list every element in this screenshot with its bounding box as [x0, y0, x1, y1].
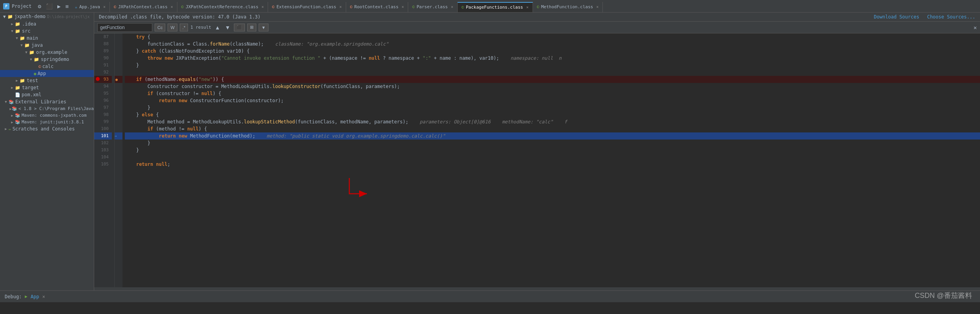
tab-methodfunction[interactable]: © MethodFunction.class × [533, 2, 603, 12]
tree-java[interactable]: ▼ 📁 java [0, 42, 94, 49]
find-options-btn[interactable]: ⊞ [247, 24, 256, 31]
tab-close-pkgfn[interactable]: × [526, 5, 529, 9]
debug-close-btn[interactable]: × [42, 294, 45, 299]
debug-label: Debug: [5, 294, 22, 299]
tree-org-example[interactable]: ▼ 📁 org.example [0, 49, 94, 56]
debug-app-session[interactable]: App [31, 294, 39, 299]
find-word-btn[interactable]: W [168, 24, 177, 31]
line-num-89: 89 [94, 48, 112, 55]
calc-java-icon: © [38, 64, 41, 69]
gutter: ● → [115, 33, 122, 287]
line-num-103: 103 [94, 147, 112, 154]
code-line-103: } [125, 147, 980, 154]
bottom-bar: Debug: ▶ App × [0, 290, 980, 302]
tree-project-root[interactable]: ▼ 📁 jxpath-demo D:\idea-project\jx [0, 13, 94, 20]
sidebar: ▼ 📁 jxpath-demo D:\idea-project\jx ▶ 📁 .… [0, 13, 94, 290]
tree-external-libs[interactable]: ▼ 📚 External Libraries [0, 98, 94, 105]
find-input[interactable] [97, 23, 152, 32]
tree-jdk[interactable]: ▶ 📚 < 1.8 > C:\Program Files\Java [0, 105, 94, 112]
pom-xml-icon: 📄 [15, 92, 20, 97]
tab-jxpathcontext[interactable]: © JXPathContext.class × [110, 2, 177, 12]
tree-test[interactable]: ▶ 📁 test [0, 77, 94, 84]
tab-app-java[interactable]: ☕ App.java × [71, 2, 110, 12]
find-next-btn[interactable]: ▼ [224, 24, 232, 31]
download-sources-link[interactable]: Download Sources [874, 14, 920, 20]
line-num-94: 94 [94, 83, 112, 90]
code-line-104 [125, 154, 980, 161]
build-icon[interactable]: ⬛ [45, 2, 53, 10]
tab-parser[interactable]: © Parser.class × [408, 2, 458, 12]
project-label: Project [12, 4, 32, 9]
find-bar: Cc W .* 1 result ▲ ▼ ⬛ ⊞ ▼ ✕ [94, 22, 980, 33]
tree-springdemo[interactable]: ▼ 📁 springdemo [0, 56, 94, 63]
code-line-99: Method method = MethodLookupUtils.lookup… [125, 118, 980, 125]
scratches-label: Scratches and Consoles [13, 126, 75, 132]
line-num-96: 96 [94, 97, 112, 104]
find-wrap-btn[interactable]: ⬛ [234, 24, 245, 31]
tree-calc[interactable]: © calc [0, 63, 94, 70]
tab-rootcontext[interactable]: © RootContext.class × [346, 2, 409, 12]
current-line-arrow: → [115, 134, 117, 138]
tab-close-parser[interactable]: × [451, 5, 453, 9]
project-folder-icon: 📁 [7, 14, 13, 19]
tree-idea[interactable]: ▶ 📁 .idea [0, 20, 94, 28]
tab-close-methfn[interactable]: × [596, 5, 599, 9]
line-num-99: 99 [94, 118, 112, 125]
tree-src[interactable]: ▼ 📁 src [0, 28, 94, 35]
tree-pom[interactable]: 📄 pom.xml [0, 91, 94, 98]
idea-folder-icon: 📁 [15, 22, 20, 27]
code-line-105: return null; [125, 161, 980, 168]
code-line-96: return new ConstructorFunction(construct… [125, 97, 980, 104]
code-line-95: if (constructor != null) { [125, 90, 980, 97]
line-num-101: 101 [94, 132, 112, 140]
tab-extensionfunction[interactable]: © ExtensionFunction.class × [268, 2, 346, 12]
code-line-98: } else { [125, 111, 980, 118]
tab-close-jxpathcontextref[interactable]: × [261, 5, 264, 9]
find-close-btn[interactable]: ✕ [974, 24, 977, 31]
jdk-icon: 📚 [12, 106, 17, 111]
org-example-label: org.example [36, 50, 67, 55]
content-area: Decompiled .class file, bytecode version… [94, 13, 980, 290]
find-prev-btn[interactable]: ▲ [214, 24, 221, 31]
tree-app[interactable]: ◉ App [0, 70, 94, 77]
more-icon[interactable]: ≡ [64, 2, 69, 10]
line-num-102: 102 [94, 140, 112, 147]
org-example-folder-icon: 📁 [29, 50, 35, 55]
code-line-91: } [125, 62, 980, 69]
run-icon[interactable]: ▶ [57, 2, 61, 10]
code-line-88: functionClass = Class.forName(className)… [125, 40, 980, 48]
code-editor[interactable]: 87 88 89 90 91 92 93 94 95 96 97 [94, 33, 980, 287]
find-case-btn[interactable]: Cc [155, 24, 165, 31]
title-bar-actions: ⚙ ⬛ ▶ ≡ [37, 2, 69, 10]
find-filter-btn[interactable]: ▼ [259, 24, 268, 31]
junit-icon: 📚 [15, 119, 20, 125]
tree-target[interactable]: ▶ 📁 target [0, 84, 94, 91]
code-line-90: throw new JXPathException("Cannot invoke… [125, 55, 980, 62]
tab-close-jxpathcontext[interactable]: × [171, 5, 173, 9]
line-num-87: 87 [94, 33, 112, 40]
external-libs-icon: 📚 [9, 99, 14, 105]
project-name: jxpath-demo [15, 14, 46, 19]
tab-close-extfn[interactable]: × [339, 5, 342, 9]
decompiled-banner: Decompiled .class file, bytecode version… [94, 13, 980, 22]
tree-scratches[interactable]: ▶ ✏ Scratches and Consoles [0, 125, 94, 132]
code-line-93: if (methodName.equals("new")) { [125, 76, 980, 83]
line-num-105: 105 [94, 161, 112, 168]
line-num-97: 97 [94, 104, 112, 111]
tab-close-rootctx[interactable]: × [401, 5, 404, 9]
code-line-89: } catch (ClassNotFoundException var10) { [125, 48, 980, 55]
tree-commons-jxpath[interactable]: ▶ 📚 Maven: commons-jxpath.com [0, 112, 94, 119]
choose-sources-link[interactable]: Choose Sources... [927, 14, 975, 20]
find-result: 1 result [190, 25, 211, 30]
springdemo-folder-icon: 📁 [34, 57, 39, 62]
tab-packagefunctions[interactable]: © PackageFunctions.class × [458, 2, 533, 12]
find-regex-btn[interactable]: .* [180, 24, 188, 31]
tab-jxpathcontextref[interactable]: © JXPathContextReference.class × [177, 2, 268, 12]
code-line-92 [125, 69, 980, 76]
decompiled-text: Decompiled .class file, bytecode version… [99, 14, 261, 20]
tree-junit[interactable]: ▶ 📚 Maven: junit:junit:3.8.1 [0, 119, 94, 125]
tab-close-app[interactable]: × [103, 5, 106, 9]
settings-icon[interactable]: ⚙ [37, 2, 42, 10]
horizontal-scrollbar[interactable] [94, 287, 980, 290]
tree-main[interactable]: ▼ 📁 main [0, 35, 94, 42]
